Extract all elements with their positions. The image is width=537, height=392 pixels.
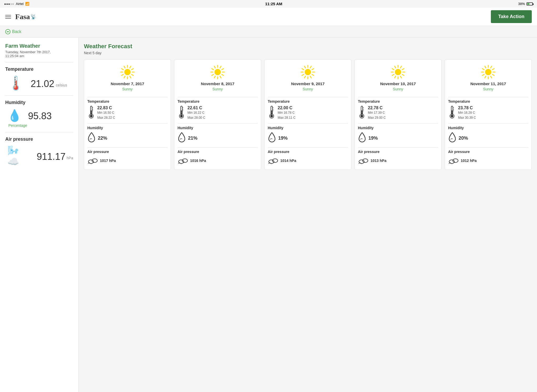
nav-bar: Fasa📡 Take Action <box>0 8 537 26</box>
svg-line-51 <box>310 76 311 78</box>
card-temp-main: 23.78 C <box>458 106 476 110</box>
forecast-cards: November 7, 2017 Sunny Temperature 22.83… <box>84 59 532 170</box>
svg-line-57 <box>304 66 305 68</box>
card-date: November 11, 2017 <box>470 81 506 86</box>
card-temp-main: 22.61 C <box>187 106 205 110</box>
svg-line-101 <box>485 76 486 78</box>
card-pressure-val: 1017 hPa <box>100 159 116 163</box>
take-action-button[interactable]: Take Action <box>491 10 532 23</box>
card-temp-minmax: Min 16.22 CMax 28.00 C <box>187 110 205 120</box>
svg-line-54 <box>302 74 304 75</box>
card-condition: Sunny <box>483 87 493 91</box>
svg-line-3 <box>130 76 131 78</box>
card-thermometer-icon <box>448 106 456 120</box>
card-temp-minmax: Min 16.28 CMax 30.39 C <box>458 110 476 120</box>
farm-weather-title: Farm Weather <box>5 43 73 49</box>
svg-line-11 <box>130 66 131 68</box>
card-pressure-label: Air pressure <box>358 150 379 154</box>
card-humidity-val: 19% <box>278 135 288 141</box>
card-humidity-val: 22% <box>98 135 107 141</box>
svg-line-56 <box>302 69 304 70</box>
card-pressure-icon <box>178 156 188 165</box>
svg-line-107 <box>491 66 492 68</box>
humidity-icon: 💧 <box>7 109 22 122</box>
card-temp-label: Temperature <box>178 99 200 104</box>
back-button[interactable]: ⬅ Back <box>5 29 532 34</box>
svg-line-104 <box>482 69 484 70</box>
pressure-value: 911.17 <box>37 151 66 162</box>
card-humidity-label: Humidity <box>178 126 193 130</box>
svg-point-48 <box>305 69 311 75</box>
svg-line-59 <box>310 66 311 68</box>
card-drop-icon <box>268 132 276 144</box>
temperature-value: 21.02 <box>31 78 54 89</box>
forecast-card: November 8, 2017 Sunny Temperature 22.61… <box>174 59 261 170</box>
card-thermometer-icon <box>268 106 276 120</box>
svg-point-72 <box>395 69 401 75</box>
battery-icon <box>527 2 533 6</box>
svg-line-2 <box>132 74 133 75</box>
svg-line-12 <box>132 69 133 70</box>
forecast-subtitle: Next 5 day <box>84 51 532 55</box>
pressure-icon: 🌬️☁️ <box>7 145 30 167</box>
card-humidity-label: Humidity <box>358 126 374 130</box>
svg-line-60 <box>312 69 314 70</box>
card-sun-icon <box>480 64 497 81</box>
svg-line-74 <box>402 74 404 75</box>
card-pressure-val: 1013 hPa <box>370 159 386 163</box>
main-content: Farm Weather Tuesday, November 7th 2017,… <box>0 38 537 392</box>
svg-line-33 <box>214 66 215 68</box>
forecast-card: November 11, 2017 Sunny Temperature 23.7… <box>445 59 532 170</box>
card-sun-icon <box>209 64 226 81</box>
card-pressure-icon <box>358 156 368 165</box>
svg-line-84 <box>402 69 404 70</box>
svg-line-105 <box>485 66 486 68</box>
svg-line-99 <box>491 76 492 78</box>
svg-line-26 <box>222 74 224 75</box>
card-condition: Sunny <box>122 87 133 91</box>
svg-line-32 <box>212 69 214 70</box>
svg-line-36 <box>222 69 224 70</box>
back-label: Back <box>12 29 22 34</box>
svg-point-16 <box>90 115 93 117</box>
svg-line-50 <box>312 74 314 75</box>
card-thermometer-icon <box>178 106 185 120</box>
card-pressure-icon <box>268 156 278 165</box>
card-temp-minmax: Min 17.39 CMax 29.00 C <box>368 110 386 120</box>
battery-pct: 38% <box>518 2 525 6</box>
hamburger-menu-icon[interactable] <box>5 15 11 19</box>
card-condition: Sunny <box>393 87 403 91</box>
svg-line-102 <box>482 74 484 75</box>
card-date: November 10, 2017 <box>380 81 416 86</box>
temperature-unit: celsius <box>56 83 67 87</box>
card-condition: Sunny <box>212 87 223 91</box>
svg-line-78 <box>392 74 394 75</box>
forecast-title: Weather Forecast <box>84 43 532 50</box>
card-pressure-icon <box>448 156 459 165</box>
card-pressure-label: Air pressure <box>87 150 109 154</box>
back-section: ⬅ Back <box>0 26 537 38</box>
card-sun-icon <box>119 64 136 81</box>
status-time: 11:25 AM <box>265 2 282 6</box>
card-temp-label: Temperature <box>448 99 470 104</box>
pressure-unit: hPa <box>67 156 73 160</box>
svg-point-24 <box>214 69 221 75</box>
card-pressure-val: 1016 hPa <box>190 159 206 163</box>
svg-line-27 <box>220 76 221 78</box>
sidebar: Farm Weather Tuesday, November 7th 2017,… <box>0 38 79 392</box>
card-sun-icon <box>299 64 316 81</box>
svg-line-8 <box>122 69 123 70</box>
card-temp-main: 22.78 C <box>368 106 386 110</box>
svg-line-6 <box>122 74 123 75</box>
logo-wifi-icon: 📡 <box>30 14 36 20</box>
card-date: November 7, 2017 <box>111 81 144 86</box>
humidity-unit: Percentage <box>8 123 27 128</box>
card-humidity-label: Humidity <box>268 126 283 130</box>
signal-dots: ●●●○○ <box>4 2 14 6</box>
forecast-card: November 10, 2017 Sunny Temperature 22.7… <box>355 59 442 170</box>
card-pressure-val: 1014 hPa <box>280 159 296 163</box>
card-pressure-icon <box>87 156 98 165</box>
card-humidity-val: 21% <box>188 135 197 141</box>
card-date: November 9, 2017 <box>291 81 325 86</box>
air-pressure-label: Air pressure <box>5 137 73 142</box>
